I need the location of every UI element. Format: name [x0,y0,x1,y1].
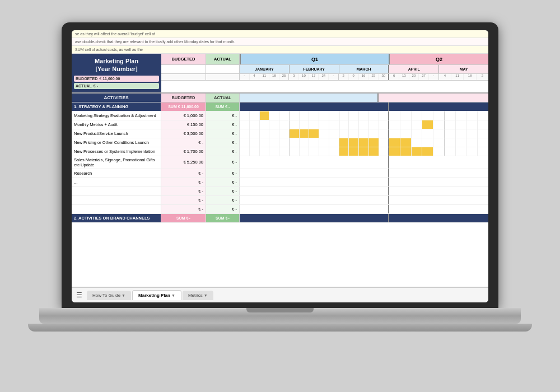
row-new-pricing: New Pricing or Other Conditions Launch €… [72,138,488,147]
wn-2: 11 [259,74,269,80]
row-marketing-strategy: Marketing Strategy Evaluation & Adjustme… [72,111,488,120]
tab-how-to-guide-label: How To Guide [92,293,120,298]
menu-icon[interactable]: ☰ [76,291,82,299]
q1-header: Q1 [240,54,390,64]
wn-10: 2 [339,74,349,80]
spreadsheet-title-line2: [Year Number] [74,65,159,73]
wn-3: 18 [269,74,279,80]
wn-17: 20 [409,74,419,80]
tab-metrics-label: Metrics [188,293,203,298]
laptop-container: se as they will affect the overall 'budg… [39,22,521,370]
activity-empty-2 [72,196,161,204]
activity-monthly-metrics: Monthly Metrics + Audit [72,120,161,129]
row-new-product: New Product/Service Launch €3,500.00 €- [72,129,488,138]
activities-col-header: ACTIVITIES [72,94,161,102]
wn-5: 3 [289,74,299,80]
row-ellipsis: ... €- €- [72,178,488,187]
wn-9: - [329,74,339,80]
data-rows: 1. STRATEGY & PLANNING SUM € 11,600.00 S… [72,102,488,287]
section2-label: 2. ACTIVITIES ON BRAND CHANNELS [72,214,161,222]
actual-new-product: €- [206,129,240,138]
row-empty-2: €- €- [72,196,488,205]
actual-marketing-strategy: €- [206,111,240,120]
budgeted-empty-3: €- [161,205,206,213]
tab-metrics[interactable]: Metrics ▼ [183,291,213,300]
activity-new-processes: New Processes or Systems Implementation [72,147,161,156]
row-empty-1: €- €- [72,187,488,196]
budgeted-col-sub: BUDGETED [161,94,206,102]
bottom-tabs: ☰ How To Guide ▼ Marketing Plan ▼ Metric… [72,287,488,302]
row-empty-3: €- €- [72,205,488,214]
activity-new-product: New Product/Service Launch [72,129,161,138]
notification-line2: ase double-check that they are relevant … [75,40,235,44]
title-block: Marketing Plan [Year Number] BUDGETED € … [72,54,161,92]
tab-marketing-plan-arrow: ▼ [171,293,175,297]
budgeted-currency: € [99,77,101,81]
month-mar: MARCH [339,65,390,73]
actual-ellipsis: €- [206,178,240,186]
wn-23: 2 [477,74,488,80]
section1-header: 1. STRATEGY & PLANNING SUM € 11,600.00 S… [72,102,488,111]
wn-15: 6 [389,74,399,80]
budgeted-empty-2: €- [161,196,206,204]
actual-value: - [97,84,98,88]
laptop-base [39,308,521,324]
col-budgeted-header: BUDGETED [161,54,206,64]
budgeted-ellipsis: €- [161,178,206,186]
notification-bar2: ase double-check that they are relevant … [72,38,488,46]
wn-1: 4 [250,74,260,80]
wn-8: 24 [319,74,329,80]
budgeted-value: 11,600.00 [102,77,120,81]
activity-marketing-strategy: Marketing Strategy Evaluation & Adjustme… [72,111,161,120]
budgeted-research: €- [161,169,206,178]
tab-how-to-guide[interactable]: How To Guide ▼ [87,291,131,300]
screen-bezel: se as they will affect the overall 'budg… [72,30,488,302]
budgeted-label: BUDGETED [76,77,97,81]
q2-header: Q2 [390,54,488,64]
actual-new-processes: €- [206,147,240,156]
section1-label: 1. STRATEGY & PLANNING [72,102,161,111]
wn-11: 9 [349,74,359,80]
budgeted-marketing-strategy: €1,000.00 [161,111,206,120]
wn-0: - [240,74,250,80]
actual-empty-3: €- [206,205,240,213]
wn-18: 27 [419,74,429,80]
actual-currency: € [94,84,96,88]
wn-16: 13 [399,74,409,80]
wn-20: 4 [439,74,451,80]
screen-content: se as they will affect the overall 'budg… [72,30,488,302]
wn-6: 10 [299,74,309,80]
section2-actual: SUM € - [206,214,240,222]
month-may: MAY [439,65,488,73]
actual-sales-materials: €- [206,156,240,169]
wn-13: 23 [368,74,379,80]
wn-12: 16 [359,74,369,80]
section1-budgeted: SUM € 11,600.00 [161,102,206,111]
laptop-bottom [28,324,532,332]
row-new-processes: New Processes or Systems Implementation … [72,147,488,156]
activity-new-pricing: New Pricing or Other Conditions Launch [72,138,161,147]
row-research: Research €- €- [72,169,488,178]
actual-col-sub: ACTUAL [206,94,240,102]
activity-sales-materials: Sales Materials, Signage, Promotional Gi… [72,156,161,169]
budgeted-new-product: €3,500.00 [161,129,206,138]
actual-new-pricing: €- [206,138,240,147]
activity-research: Research [72,169,161,178]
month-feb: FEBRUARY [290,65,339,73]
section2-header: 2. ACTIVITIES ON BRAND CHANNELS SUM € - … [72,214,488,223]
wn-4: 25 [279,74,290,80]
budgeted-sales-materials: €5,250.00 [161,156,206,169]
activity-empty-1 [72,187,161,195]
activity-ellipsis: ... [72,178,161,186]
wn-14: 30 [379,74,388,80]
tab-marketing-plan-label: Marketing Plan [138,293,170,298]
actual-empty-2: €- [206,196,240,204]
actual-label: ACTUAL [76,84,92,88]
notification-line3: SUM cell of actual costs, as well as the [75,48,143,52]
activity-empty-3 [72,205,161,213]
tab-marketing-plan[interactable]: Marketing Plan ▼ [132,290,181,300]
spreadsheet-title-line1: Marketing Plan [74,57,159,65]
budgeted-new-pricing: €- [161,138,206,147]
notification-bar3: SUM cell of actual costs, as well as the [72,46,488,54]
row-monthly-metrics: Monthly Metrics + Audit €150.00 €- [72,120,488,129]
